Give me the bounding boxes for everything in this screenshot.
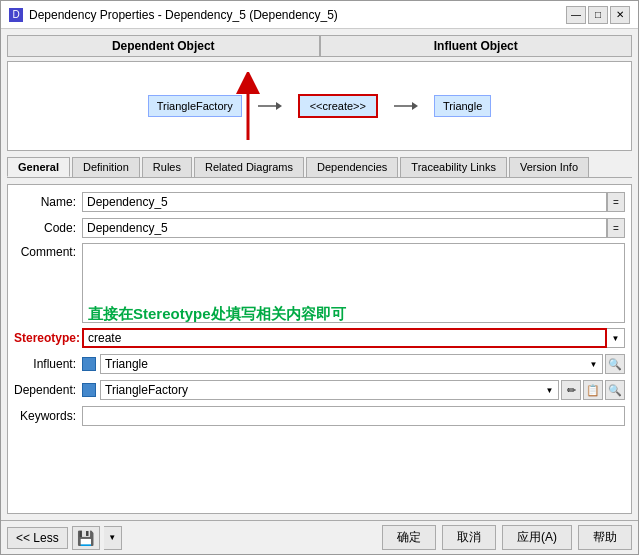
keywords-row: Keywords: [14,405,625,427]
title-bar: D Dependency Properties - Dependency_5 (… [1,1,638,29]
title-buttons: — □ ✕ [566,6,630,24]
restore-button[interactable]: □ [588,6,608,24]
influent-label: Influent: [14,357,82,371]
dependent-edit-btn[interactable]: ✏ [561,380,581,400]
ok-button[interactable]: 确定 [382,525,436,550]
dependent-header: Dependent Object [7,35,320,57]
content-area: Dependent Object Influent Object Triangl… [1,29,638,520]
tab-general[interactable]: General [7,157,70,177]
title-bar-left: D Dependency Properties - Dependency_5 (… [9,8,338,22]
stereotype-row: Stereotype: ▼ [14,327,625,349]
name-input[interactable] [82,192,607,212]
left-arrow-svg [258,96,282,116]
comment-input[interactable] [82,243,625,323]
bottom-right: 确定 取消 应用(A) 帮助 [382,525,632,550]
tab-definition[interactable]: Definition [72,157,140,177]
influent-browse-btn[interactable]: 🔍 [605,354,625,374]
influent-row: Influent: ▼ 🔍 [14,353,625,375]
triangle-factory-box: TriangleFactory [148,95,242,117]
create-box: <<create>> [298,94,378,118]
stereotype-input[interactable] [82,328,607,348]
close-button[interactable]: ✕ [610,6,630,24]
stereotype-dropdown[interactable]: ▼ [607,328,625,348]
code-row: Code: = [14,217,625,239]
comment-row: Comment: [14,243,625,323]
influent-dropdown[interactable]: ▼ [585,354,603,374]
svg-marker-3 [412,102,418,110]
dependent-input[interactable] [100,380,541,400]
less-button[interactable]: << Less [7,527,68,549]
tab-version-info[interactable]: Version Info [509,157,589,177]
dependent-label: Dependent: [14,383,82,397]
comment-label: Comment: [14,243,82,259]
influent-input[interactable] [100,354,585,374]
keywords-input[interactable] [82,406,625,426]
code-label: Code: [14,221,82,235]
window-title: Dependency Properties - Dependency_5 (De… [29,8,338,22]
diagram-area: TriangleFactory <<create>> Triangle [7,61,632,151]
tab-rules[interactable]: Rules [142,157,192,177]
form-area: Name: = Code: = Comment: 直接在Stereotype处填… [7,184,632,514]
dependent-icon [82,383,96,397]
stereotype-label: Stereotype: [14,331,82,345]
code-input[interactable] [82,218,607,238]
triangle-box: Triangle [434,95,491,117]
help-button[interactable]: 帮助 [578,525,632,550]
influent-icon [82,357,96,371]
svg-marker-1 [276,102,282,110]
dependent-browse-btn[interactable]: 📋 [583,380,603,400]
dependent-row: Dependent: ▼ ✏ 📋 🔍 [14,379,625,401]
tab-bar: General Definition Rules Related Diagram… [7,157,632,178]
save-icon: 💾 [77,530,94,546]
right-arrow-svg [394,96,418,116]
tab-dependencies[interactable]: Dependencies [306,157,398,177]
dependent-dropdown[interactable]: ▼ [541,380,559,400]
name-btn[interactable]: = [607,192,625,212]
tab-related-diagrams[interactable]: Related Diagrams [194,157,304,177]
minimize-button[interactable]: — [566,6,586,24]
cancel-button[interactable]: 取消 [442,525,496,550]
name-label: Name: [14,195,82,209]
code-btn[interactable]: = [607,218,625,238]
save-dropdown-button[interactable]: ▼ [104,526,122,550]
keywords-label: Keywords: [14,409,82,423]
bottom-left: << Less 💾 ▼ [7,526,122,550]
object-headers: Dependent Object Influent Object [7,35,632,57]
dependent-extra-btn[interactable]: 🔍 [605,380,625,400]
influent-header: Influent Object [320,35,633,57]
name-row: Name: = [14,191,625,213]
main-window: D Dependency Properties - Dependency_5 (… [0,0,639,555]
bottom-bar: << Less 💾 ▼ 确定 取消 应用(A) 帮助 [1,520,638,554]
tab-traceability-links[interactable]: Traceability Links [400,157,507,177]
apply-button[interactable]: 应用(A) [502,525,572,550]
save-button[interactable]: 💾 [72,526,100,550]
window-icon: D [9,8,23,22]
diagram-inner: TriangleFactory <<create>> Triangle [148,94,492,118]
